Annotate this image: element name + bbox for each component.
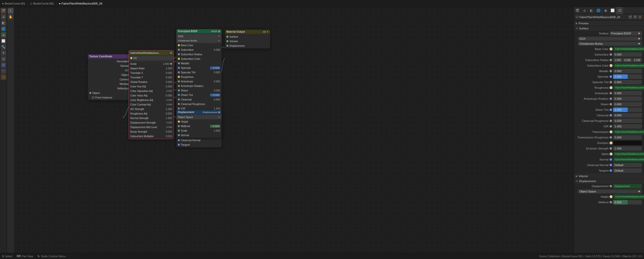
displacement-body: Object Space ▼ Height Midlevel 0.500 — [176, 114, 222, 138]
breadcrumb-1[interactable]: ● BezierCurve.001 — [2, 2, 25, 5]
fabric-texture-node[interactable]: FabricPlainWhiteBlackout... ⊙ UV Scale 1… — [129, 50, 174, 139]
object-space-select[interactable]: Object Space ▼ — [578, 189, 642, 193]
surface-prop-value[interactable]: Principled BSDF ▼ — [610, 31, 642, 36]
tangent-value[interactable]: Default — [613, 168, 642, 173]
tc-uv: UV — [88, 68, 133, 73]
scene-props-btn[interactable]: 🌐 — [1, 26, 6, 32]
pbsdf-sub-rad-socket — [178, 53, 180, 55]
clearcoat-value[interactable]: 0.000 — [613, 113, 642, 118]
breadcrumb-2[interactable]: △ BezierCurve.001 — [30, 2, 54, 5]
subsurface-color-value[interactable]: FabricPlainWhiteBlackout009_2K — [614, 63, 644, 68]
volume-section-header[interactable]: ▶ Volume — [574, 174, 644, 178]
object-props-btn[interactable]: ⬜ — [1, 38, 6, 44]
transmission-value[interactable]: FabricPlainWhiteBlackout009_2K — [614, 130, 644, 134]
fabric-scale: Scale 1.000 — [129, 62, 174, 66]
base-color-value[interactable]: FabricPlainWhiteBlackout009_2K — [614, 47, 644, 51]
props-world-icon[interactable]: ◉ — [602, 7, 609, 14]
normal-value[interactable]: FabricPlainWhiteBlackout009_2K — [613, 157, 644, 162]
props-render-icon[interactable]: 🎬 — [574, 7, 581, 14]
pbsdf-ggx: GGX ▼ — [176, 34, 222, 38]
props-shield-icon[interactable]: 🛡 — [628, 15, 632, 19]
props-output-icon[interactable]: 🖨 — [581, 7, 588, 14]
height-value[interactable]: FabricPlainWhiteBlackout009_2K — [614, 194, 644, 199]
cc-roughness-value[interactable]: 0.030 — [613, 119, 642, 123]
particles-btn[interactable]: ✦ — [1, 50, 6, 56]
midlevel-row: Midlevel 0.500 — [574, 199, 644, 205]
props-viewlayer-icon[interactable]: ◧ — [588, 7, 595, 14]
physics-btn[interactable]: ⊡ — [1, 56, 6, 62]
props-object-icon[interactable]: ⬜ — [609, 7, 616, 14]
props-fake-user-icon[interactable]: F — [633, 15, 637, 19]
data-props-btn[interactable]: 〰 — [1, 68, 6, 74]
emission-value[interactable] — [614, 141, 642, 145]
height-socket — [610, 195, 613, 198]
disp-prop-value[interactable]: Displacement — [613, 184, 642, 188]
view-layer-btn[interactable]: ◧ — [1, 20, 6, 26]
christensen-select[interactable]: Christensen-Burley ▼ — [578, 42, 642, 46]
trans-rough-value[interactable]: 0.000 — [613, 135, 642, 140]
height-label: Height — [576, 195, 609, 198]
material-output-node[interactable]: Material Output All ▼ Surface Volume — [225, 30, 270, 48]
surface-section-header[interactable]: ▼ Surface — [574, 26, 644, 31]
fabric-uv-input: UV — [129, 56, 174, 60]
props-close-icon[interactable]: ✕ — [638, 15, 642, 19]
modifier-props-btn[interactable]: 🔧 — [1, 44, 6, 50]
pbsdf-bc-socket — [178, 44, 180, 46]
disp-height: Height — [176, 119, 222, 124]
displacement-node[interactable]: Displacement Displacement Object Space ▼… — [176, 110, 222, 138]
clearcoat-row: Clearcoat 0.000 — [574, 113, 644, 118]
tc-instancer-check[interactable] — [92, 96, 94, 99]
specular-value[interactable]: 0.500 — [613, 74, 642, 79]
world-props-btn[interactable]: ◉ — [1, 32, 6, 38]
specular-tint-label: Specular Tint — [576, 81, 609, 84]
hand-tool[interactable]: ✋ — [8, 14, 13, 20]
constraints-btn[interactable]: ⛓ — [1, 62, 6, 68]
props-material-icon[interactable]: ⬡ — [616, 7, 623, 14]
sheen-value[interactable]: 0.000 — [613, 102, 642, 107]
render-props-btn[interactable]: 🎬 — [1, 8, 6, 14]
specular-tint-value[interactable]: 0.000 — [613, 80, 642, 84]
emission-strength-value[interactable]: 1.000 — [613, 146, 642, 151]
preview-arrow: ▶ — [576, 22, 578, 25]
texture-coordinate-node[interactable]: Texture Coordinate Generated Normal UV — [88, 54, 133, 100]
disp-prop-row: Displacement Displacement — [574, 183, 644, 189]
subsurface-color-label: Subsurface Color — [576, 64, 609, 67]
node-canvas[interactable]: Texture Coordinate Generated Normal UV — [14, 7, 574, 253]
disp-normal-socket — [178, 134, 180, 136]
ss-radius-1[interactable]: 1.000 — [613, 58, 623, 62]
ior-row: IOR 1.450 — [574, 124, 644, 129]
anisotropic-value[interactable]: 0.000 — [613, 91, 642, 95]
tc-object: Object — [88, 73, 133, 77]
surface-prop-label: Surface — [576, 32, 609, 35]
cc-normal-value[interactable]: Default — [613, 163, 642, 167]
ss-radius-2[interactable]: 0.200 — [623, 58, 632, 62]
fabric-contrast: Color Contrast Adj 0.000 — [129, 102, 174, 107]
props-scene-icon[interactable]: 🌐 — [595, 7, 602, 14]
sheen-tint-value[interactable]: 0.500 — [613, 108, 642, 112]
output-props-btn[interactable]: 🖨 — [1, 14, 6, 20]
roughness-value[interactable]: FabricPlainWhiteBlackout009_2K — [614, 85, 644, 90]
subsurface-value[interactable]: 0.000 — [613, 52, 642, 57]
alpha-value[interactable]: FabricPlainWhiteBlackout009_2K — [614, 152, 644, 156]
node-editor: ↖ ✋ — [7, 7, 574, 253]
ggx-select[interactable]: GGX ▼ — [578, 37, 642, 41]
aniso-rot-value[interactable]: 0.000 — [613, 96, 642, 101]
pbsdf-sub-radius: Subsurface Radius — [176, 52, 222, 57]
pbsdf-tangent-socket — [178, 144, 180, 146]
breadcrumb-3[interactable]: ● FabricPlainWhiteBlackout009_2K — [59, 2, 103, 5]
disp-height-socket — [178, 121, 180, 123]
material-output-title: Material Output — [226, 30, 245, 33]
preview-section-header[interactable]: ▶ Preview — [574, 21, 644, 26]
pbsdf-cc-normal: Clearcoat Normal — [176, 138, 222, 142]
midlevel-value[interactable]: 0.500 — [613, 200, 642, 204]
fabric-icon: ⊙ — [170, 51, 172, 55]
material-props-btn[interactable]: ⬡ — [1, 74, 6, 80]
pbsdf-cc-socket — [178, 98, 180, 100]
ss-radius-3[interactable]: 0.100 — [632, 58, 642, 62]
ior-value[interactable]: 1.450 — [613, 124, 642, 129]
select-tool[interactable]: ↖ — [8, 8, 13, 14]
subsurface-radius-row: Subsurface Radius 1.000 0.200 0.100 — [574, 57, 644, 63]
node-connections — [14, 7, 574, 253]
metallic-value[interactable]: 0.000 — [613, 69, 642, 73]
displacement-section-header[interactable]: ▼ Displacement — [574, 179, 644, 183]
